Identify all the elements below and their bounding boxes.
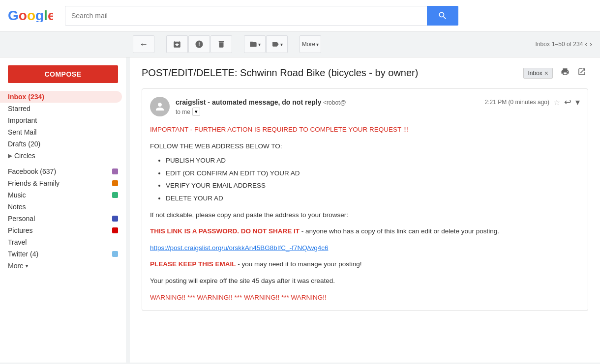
label-color-friends-family xyxy=(112,180,118,186)
sidebar-item-sent-mail[interactable]: Sent Mail xyxy=(0,126,122,138)
label-color-facebook xyxy=(112,168,118,174)
label-color-personal xyxy=(112,216,118,222)
bullet-3: VERIFY YOUR EMAIL ADDRESS xyxy=(166,180,580,191)
label-color-twitter xyxy=(112,251,118,257)
back-button[interactable]: ← xyxy=(133,35,154,53)
email-message: craigslist - automated message, do not r… xyxy=(142,88,588,311)
to-row: to me ▾ xyxy=(176,108,580,116)
archive-button[interactable] xyxy=(166,35,188,53)
star-button[interactable]: ☆ xyxy=(553,98,560,107)
sidebar-item-notes[interactable]: Notes xyxy=(0,201,126,213)
circles-expand-icon: ▶ xyxy=(8,152,12,159)
body-line7: WARNING!! *** WARNING!! *** WARNING!! **… xyxy=(150,292,580,303)
sidebar-item-travel[interactable]: Travel xyxy=(0,236,126,248)
label-color-music xyxy=(112,192,118,198)
report-button[interactable] xyxy=(188,35,210,53)
sidebar-item-drafts[interactable]: Drafts (20) xyxy=(0,138,122,150)
sidebar: COMPOSE Inbox (234) Starred Important Se… xyxy=(0,57,126,363)
sender-row: craigslist - automated message, do not r… xyxy=(150,97,580,116)
body-line4-rest: - anyone who has a copy of this link can… xyxy=(300,227,499,235)
email-actions-row: 2:21 PM (0 minutes ago) ☆ ↩ ▾ xyxy=(485,97,580,108)
remove-inbox-badge-button[interactable]: × xyxy=(544,69,548,77)
sidebar-item-music[interactable]: Music xyxy=(0,189,126,201)
search-bar xyxy=(65,6,458,26)
app-header: Google xyxy=(0,0,600,31)
body-line1: IMPORTANT - FURTHER ACTION IS REQUIRED T… xyxy=(150,124,580,135)
sender-email: <robot@ xyxy=(323,99,346,106)
email-time: 2:21 PM (0 minutes ago) xyxy=(485,99,549,106)
email-body: IMPORTANT - FURTHER ACTION IS REQUIRED T… xyxy=(150,124,580,303)
compose-button[interactable]: COMPOSE xyxy=(8,65,118,83)
email-subject: POST/EDIT/DELETE: Schwinn Road Bike (bic… xyxy=(142,67,517,79)
message-more-button[interactable]: ▾ xyxy=(575,97,580,108)
inbox-badge: Inbox × xyxy=(523,68,553,79)
inbox-count: Inbox xyxy=(536,41,550,48)
body-line4-highlight: THIS LINK IS A PASSWORD. DO NOT SHARE IT xyxy=(150,227,300,235)
email-toolbar: ← ▾ ▾ More ▾ Inbox 1–50 of 234 ‹ › xyxy=(0,31,600,57)
reply-button[interactable]: ↩ xyxy=(564,97,571,108)
sidebar-item-circles[interactable]: ▶ Circles xyxy=(0,150,122,162)
svg-text:Google: Google xyxy=(8,8,53,22)
more-button[interactable]: More ▾ xyxy=(300,35,321,53)
action-buttons xyxy=(166,35,232,53)
body-line3: If not clickable, please copy and paste … xyxy=(150,210,580,221)
pagination-info: 1–50 of 234 xyxy=(552,41,583,48)
print-button[interactable] xyxy=(559,65,571,81)
sidebar-item-pictures[interactable]: Pictures xyxy=(0,224,126,236)
bullet-4: DELETE YOUR AD xyxy=(166,193,580,204)
folder-label-buttons: ▾ ▾ xyxy=(244,35,288,53)
more-dropdown-icon: ▾ xyxy=(26,263,28,269)
sender-info: craigslist - automated message, do not r… xyxy=(176,97,580,116)
move-to-button[interactable]: ▾ xyxy=(244,35,266,53)
bullet-2: EDIT (OR CONFIRM AN EDIT TO) YOUR AD xyxy=(166,168,580,179)
body-line6: Your posting will expire off the site 45… xyxy=(150,276,580,286)
search-input[interactable] xyxy=(65,6,427,26)
to-dropdown-button[interactable]: ▾ xyxy=(192,108,200,116)
email-header-icons xyxy=(559,65,588,81)
prev-page-button[interactable]: ‹ xyxy=(585,40,587,49)
email-header-bar: POST/EDIT/DELETE: Schwinn Road Bike (bic… xyxy=(142,65,588,81)
sidebar-more-button[interactable]: More ▾ xyxy=(0,260,126,272)
label-button[interactable]: ▾ xyxy=(266,35,288,53)
sidebar-item-important[interactable]: Important xyxy=(0,114,122,126)
sidebar-item-facebook[interactable]: Facebook (637) xyxy=(0,166,126,177)
sidebar-item-personal[interactable]: Personal xyxy=(0,213,126,224)
sender-name-row: craigslist - automated message, do not r… xyxy=(176,98,346,106)
sidebar-item-inbox[interactable]: Inbox (234) xyxy=(0,91,122,103)
body-line4-row: THIS LINK IS A PASSWORD. DO NOT SHARE IT… xyxy=(150,226,580,237)
sender-avatar xyxy=(150,97,170,116)
main-layout: COMPOSE Inbox (234) Starred Important Se… xyxy=(0,57,600,363)
email-content: POST/EDIT/DELETE: Schwinn Road Bike (bic… xyxy=(130,57,600,363)
next-page-button[interactable]: › xyxy=(590,40,592,49)
craigslist-link[interactable]: https://post.craigslist.org/u/orskkAn45B… xyxy=(150,244,328,252)
google-logo: Google xyxy=(8,7,53,24)
body-line2: FOLLOW THE WEB ADDRESS BELOW TO: xyxy=(150,141,580,152)
sidebar-item-starred[interactable]: Starred xyxy=(0,103,122,114)
sender-name: craigslist - automated message, do not r… xyxy=(176,98,321,106)
bullet-1: PUBLISH YOUR AD xyxy=(166,155,580,166)
body-link-row: https://post.craigslist.org/u/orskkAn45B… xyxy=(150,243,580,253)
search-button[interactable] xyxy=(427,6,458,26)
sidebar-item-twitter[interactable]: Twitter (4) xyxy=(0,248,126,260)
sidebar-item-friends-family[interactable]: Friends & Family xyxy=(0,177,126,189)
delete-button[interactable] xyxy=(210,35,232,53)
body-line5-rest: - you may need it to manage your posting… xyxy=(236,260,362,268)
body-bullet-list: PUBLISH YOUR AD EDIT (OR CONFIRM AN EDIT… xyxy=(166,155,580,203)
label-color-pictures xyxy=(112,227,118,233)
new-window-button[interactable] xyxy=(575,65,588,81)
body-line5-highlight: PLEASE KEEP THIS EMAIL xyxy=(150,260,236,268)
body-line5-row: PLEASE KEEP THIS EMAIL - you may need it… xyxy=(150,259,580,270)
